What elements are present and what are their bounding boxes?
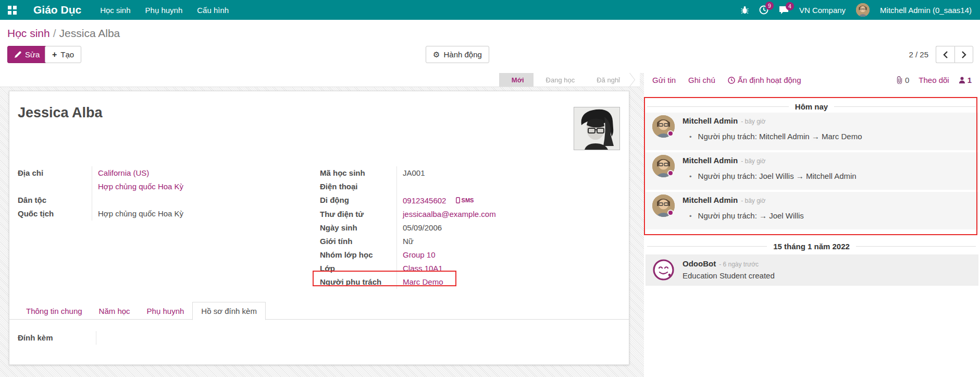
field-value-mobile[interactable]: 0912345602 [403, 196, 446, 205]
log-note-button[interactable]: Ghi chú [688, 76, 715, 84]
field-label-class: Lớp [320, 262, 396, 275]
pencil-icon [15, 51, 21, 58]
field-value-class-group[interactable]: Group 10 [403, 250, 436, 259]
tab-attachments[interactable]: Hồ sơ đính kèm [192, 302, 266, 320]
content-area: Mới Đang học Đã nghỉ Jessica Alba Địa ch… [0, 73, 980, 377]
user-menu[interactable]: Mitchell Admin (0_saas14) [880, 6, 972, 15]
field-value-email[interactable]: jessicaalba@example.com [403, 210, 496, 218]
form-sheet: Jessica Alba Địa chỉ California (US) Hợp… [9, 91, 629, 365]
follow-button[interactable]: Theo dõi [919, 76, 949, 84]
action-button[interactable]: ⚙ Hành động [426, 46, 489, 63]
field-label-responsible: Người phụ trách [320, 275, 396, 289]
field-value-dob: 05/09/2006 [396, 221, 516, 235]
chatter-message-bot: OdooBot- 6 ngày trước Education Student … [646, 254, 978, 286]
chevron-right-icon [961, 51, 966, 58]
message-time: - bây giờ [741, 197, 765, 204]
field-value-gender: Nữ [396, 235, 516, 248]
pager-previous-button[interactable] [936, 46, 954, 63]
field-group-left: Địa chỉ California (US) Hợp chủng quốc H… [18, 166, 212, 221]
attachments-counter[interactable]: 0 [896, 76, 909, 84]
student-name-title: Jessica Alba [18, 105, 103, 121]
gear-icon: ⚙ [433, 51, 440, 58]
message-time: - bây giờ [741, 157, 765, 165]
field-label-ethnicity: Dân tộc [18, 193, 92, 207]
field-label-dob: Ngày sinh [320, 221, 396, 235]
student-photo [574, 107, 620, 150]
sms-button[interactable]: SMS [456, 193, 474, 207]
menu-students[interactable]: Học sinh [100, 6, 130, 15]
edit-button[interactable]: Sửa [7, 46, 47, 63]
message-body: Người phụ trách: Mitchell Admin → Marc D… [689, 132, 862, 141]
tab-school-year[interactable]: Năm học [91, 302, 139, 320]
navbar-right: 9 4 VN Company Mitchell Admin (0_saas14) [741, 3, 980, 17]
menu-parents[interactable]: Phụ huynh [145, 6, 183, 15]
company-switcher[interactable]: VN Company [799, 6, 846, 15]
odoobot-avatar [652, 259, 675, 281]
field-value-phone [396, 180, 516, 193]
top-navbar: Giáo Dục Học sinh Phụ huynh Cấu hình 9 4… [0, 0, 980, 20]
field-value-class[interactable]: Class 10A1 [403, 264, 443, 273]
date-divider-today: Hôm nay [647, 102, 976, 111]
field-label-address: Địa chỉ [18, 166, 92, 180]
breadcrumb-separator: / [53, 27, 56, 39]
user-avatar[interactable] [856, 3, 870, 17]
tab-parents[interactable]: Phụ huynh [139, 302, 193, 320]
apps-grid-icon[interactable] [0, 0, 24, 20]
message-author: Mitchell Admin- bây giờ [683, 156, 765, 165]
chatter-message: Mitchell Admin- bây giờ Người phụ trách:… [646, 192, 978, 229]
button-row: Sửa + Tạo ⚙ Hành động 2 / 25 [0, 46, 980, 64]
tab-general-info[interactable]: Thông tin chung [18, 302, 91, 320]
field-value-address-state[interactable]: California (US) [98, 168, 149, 177]
mobile-phone-icon [456, 197, 460, 203]
activities-clock-icon[interactable]: 9 [759, 5, 768, 15]
statusbar-state-left[interactable]: Đã nghỉ [584, 73, 629, 87]
field-value-address-country[interactable]: Hợp chủng quốc Hoa Kỳ [98, 182, 183, 191]
breadcrumb-current: Jessica Alba [59, 27, 120, 39]
message-time: - 6 ngày trước [719, 261, 759, 268]
notebook-tabs: Thông tin chung Năm học Phụ huynh Hồ sơ … [18, 302, 266, 320]
message-time: - bây giờ [741, 118, 765, 125]
paperclip-icon [896, 76, 903, 84]
chevron-left-icon [943, 51, 948, 58]
field-label-student-code: Mã học sinh [320, 166, 396, 180]
field-label-mobile: Di động [320, 193, 396, 208]
message-author: OdooBot- 6 ngày trước [683, 259, 759, 268]
main-menu: Học sinh Phụ huynh Cấu hình [100, 6, 229, 15]
message-body: Education Student created [683, 271, 775, 280]
follower-count: 1 [967, 76, 972, 84]
statusbar: Mới Đang học Đã nghỉ [499, 73, 629, 87]
debug-bug-icon[interactable] [741, 6, 749, 14]
breadcrumb: Học sinh/Jessica Alba [7, 27, 120, 40]
send-message-button[interactable]: Gửi tin [652, 76, 676, 84]
clock-icon [728, 77, 735, 84]
followers-counter[interactable]: 1 [959, 76, 972, 84]
activities-badge: 9 [765, 2, 774, 10]
message-author: Mitchell Admin- bây giờ [683, 196, 765, 204]
message-body: Người phụ trách: Joel Willis → Mitchell … [689, 172, 857, 180]
message-author: Mitchell Admin- bây giờ [683, 116, 765, 125]
field-value-nationality: Hợp chủng quốc Hoa Kỳ [92, 207, 212, 221]
attachment-field-row: Đính kèm [18, 331, 158, 345]
menu-config[interactable]: Cấu hình [197, 6, 229, 15]
control-panel: Học sinh/Jessica Alba Sửa + Tạo ⚙ Hành đ… [0, 20, 980, 73]
field-value-responsible[interactable]: Marc Demo [403, 277, 443, 286]
pager-value: 2 / 25 [909, 50, 928, 59]
plus-icon: + [52, 50, 57, 59]
pager-next-button[interactable] [954, 46, 973, 63]
field-label-phone: Điện thoại [320, 180, 396, 193]
statusbar-state-new[interactable]: Mới [499, 73, 534, 87]
pager: 2 / 25 [909, 46, 973, 63]
chatter-message: Mitchell Admin- bây giờ Người phụ trách:… [646, 113, 978, 150]
messages-chat-icon[interactable]: 4 [779, 6, 789, 15]
schedule-activity-button[interactable]: Ấn định hoạt động [728, 76, 801, 84]
field-value-attachment [96, 331, 158, 345]
field-label-attachment: Đính kèm [18, 331, 96, 345]
online-status-dot [667, 170, 674, 176]
statusbar-state-studying[interactable]: Đang học [534, 73, 585, 87]
field-label-nationality: Quốc tịch [18, 207, 92, 221]
app-title[interactable]: Giáo Dục [33, 4, 81, 16]
field-label-class-group: Nhóm lớp học [320, 248, 396, 262]
create-button[interactable]: + Tạo [45, 46, 81, 63]
breadcrumb-parent[interactable]: Học sinh [7, 27, 50, 39]
chatter-message: Mitchell Admin- bây giờ Người phụ trách:… [646, 152, 978, 190]
